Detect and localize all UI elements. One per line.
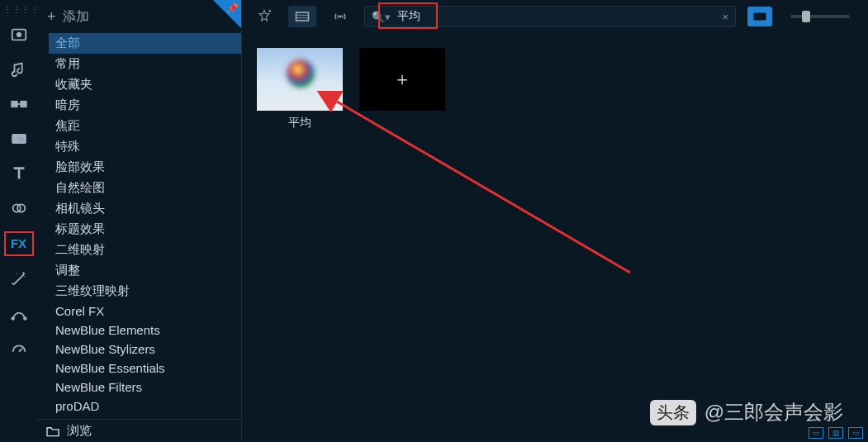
watermark-text: @三郎会声会影: [704, 399, 843, 425]
thumb-label: 平均: [288, 116, 311, 131]
transition-icon[interactable]: [6, 93, 32, 116]
main-area: 🔍▾ 平均 × 平均 ＋: [242, 0, 868, 442]
browse-bar[interactable]: 浏览: [37, 419, 241, 442]
footer-icons: ▭ ▥ ▭: [809, 427, 863, 439]
audio-icon[interactable]: [6, 58, 32, 81]
search-icon: 🔍▾: [372, 11, 391, 23]
overlay-icon[interactable]: [6, 197, 32, 220]
plus-icon[interactable]: +: [47, 8, 56, 26]
category-item[interactable]: proDAD: [49, 397, 241, 416]
svg-rect-12: [754, 13, 766, 21]
media-icon[interactable]: [6, 23, 32, 46]
watermark: 头条 @三郎会声会影: [650, 399, 843, 425]
top-bar: 🔍▾ 平均 ×: [242, 0, 868, 33]
text-icon[interactable]: [6, 162, 32, 185]
browse-label: 浏览: [67, 423, 92, 439]
folder-icon: [45, 425, 60, 437]
search-text: 平均: [397, 9, 715, 24]
pin-icon[interactable]: 📌: [226, 2, 239, 14]
footer-icon-2[interactable]: ▥: [828, 427, 843, 439]
svg-rect-10: [296, 12, 309, 21]
category-item[interactable]: 二维映射: [49, 240, 241, 260]
results-grid: 平均 ＋: [242, 33, 868, 442]
category-item[interactable]: 全部: [49, 33, 241, 54]
category-item[interactable]: 暗房: [49, 95, 241, 116]
category-item[interactable]: 焦距: [49, 116, 241, 136]
footer-icon-3[interactable]: ▭: [848, 427, 863, 439]
list-view-icon[interactable]: [288, 6, 316, 27]
slider-thumb[interactable]: [802, 11, 810, 22]
category-item[interactable]: 相机镜头: [49, 198, 241, 219]
category-panel: + 添加 📌 全部常用收藏夹暗房焦距特殊脸部效果自然绘图相机镜头标题效果二维映射…: [37, 0, 242, 442]
footer-icon-1[interactable]: ▭: [809, 427, 823, 439]
speed-icon[interactable]: [6, 337, 32, 360]
grip-dots: ⋮⋮⋮⋮: [0, 5, 37, 12]
favorite-add-icon[interactable]: [252, 7, 277, 26]
category-item[interactable]: 自然绘图: [49, 178, 241, 198]
wand-icon[interactable]: [6, 268, 32, 291]
zoom-slider[interactable]: [790, 15, 850, 18]
category-item[interactable]: 常用: [49, 54, 241, 74]
category-item[interactable]: NewBlue Elements: [49, 321, 241, 340]
search-input[interactable]: 🔍▾ 平均 ×: [364, 6, 736, 27]
panel-header: + 添加 📌: [37, 0, 241, 33]
svg-rect-3: [20, 101, 26, 107]
category-item[interactable]: NewBlue Essentials: [49, 359, 241, 378]
broadcast-icon[interactable]: [328, 7, 353, 26]
search-clear-icon[interactable]: ×: [722, 11, 728, 23]
svg-point-1: [17, 32, 21, 37]
fx-icon[interactable]: FX: [4, 231, 34, 256]
svg-point-8: [11, 317, 14, 321]
path-icon[interactable]: [6, 302, 32, 326]
svg-line-13: [333, 99, 630, 273]
category-item[interactable]: NewBlue Stylizers: [49, 340, 241, 359]
thumbnail-view-button[interactable]: [747, 7, 772, 26]
category-item[interactable]: 调整: [49, 260, 241, 281]
tool-rail: ⋮⋮⋮⋮ AB FX: [0, 0, 37, 442]
title-icon[interactable]: AB: [6, 127, 32, 150]
category-item[interactable]: 收藏夹: [49, 74, 241, 95]
add-label[interactable]: 添加: [63, 8, 89, 26]
category-item[interactable]: 三维纹理映射: [49, 281, 241, 302]
category-item[interactable]: NewBlue Filters: [49, 378, 241, 397]
category-item[interactable]: Corel FX: [49, 302, 241, 321]
category-list: 全部常用收藏夹暗房焦距特殊脸部效果自然绘图相机镜头标题效果二维映射调整三维纹理映…: [37, 33, 241, 419]
category-item[interactable]: 特殊: [49, 136, 241, 157]
watermark-badge: 头条: [650, 400, 696, 425]
svg-rect-2: [11, 101, 17, 107]
add-tile[interactable]: ＋: [359, 48, 445, 111]
svg-point-11: [339, 16, 342, 18]
annotation-arrow: [316, 91, 647, 281]
category-item[interactable]: 脸部效果: [49, 157, 241, 178]
category-item[interactable]: 标题效果: [49, 219, 241, 240]
svg-text:AB: AB: [14, 136, 24, 144]
svg-point-9: [23, 317, 26, 321]
result-thumb[interactable]: 平均: [257, 48, 343, 131]
thumb-image: [257, 48, 343, 111]
